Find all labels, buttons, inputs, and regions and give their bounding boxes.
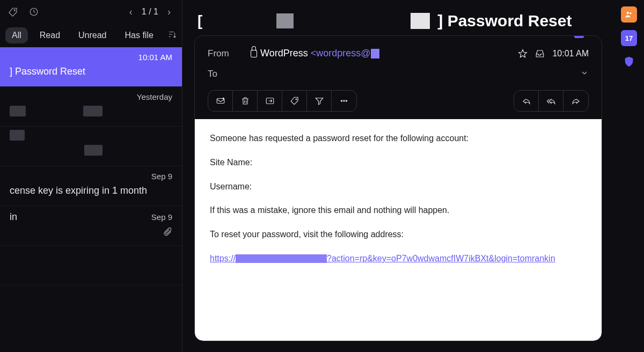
messages: 10:01 AM ] Password Reset Yesterday Sep … (0, 47, 182, 352)
message-item[interactable]: in Sep 9 (0, 206, 182, 246)
inbox-icon[interactable] (535, 49, 545, 58)
subject-text: Password Reset (448, 12, 572, 30)
sort-icon[interactable] (165, 27, 179, 43)
svg-point-10 (630, 12, 631, 14)
subject-prefix-bracket: [ (197, 12, 202, 30)
svg-point-8 (346, 100, 347, 101)
paperclip-icon (10, 227, 172, 237)
svg-point-0 (14, 10, 15, 11)
lock-icon (251, 50, 257, 57)
shield-check-icon: ✓ (574, 35, 584, 38)
list-toolbar: ‹ 1 / 1 › (0, 0, 182, 24)
body-p5: To reset your password, visit the follow… (210, 228, 587, 241)
svg-point-3 (222, 98, 224, 99)
svg-point-9 (627, 12, 630, 14)
message-toolbar (195, 87, 602, 119)
redacted (411, 13, 430, 29)
message-time: Sep 9 (151, 212, 172, 222)
from-label: From (208, 48, 242, 59)
calendar-icon[interactable]: 17 (621, 30, 637, 46)
filter-all[interactable]: All (5, 27, 28, 43)
tag-icon[interactable] (6, 5, 20, 19)
message-item[interactable]: Yesterday (0, 87, 182, 127)
message-list-pane: ‹ 1 / 1 › All Read Unread Has file 10:01… (0, 0, 182, 352)
message-subject: cense key is expiring in 1 month (10, 185, 172, 196)
reset-link[interactable]: https://?action=rp&key=oP7w0wdwamcfIW7ik… (210, 254, 555, 263)
filter-has-file[interactable]: Has file (119, 27, 160, 43)
body-p3: Username: (210, 180, 587, 194)
app-rail: 17 (614, 0, 644, 352)
svg-point-6 (341, 100, 342, 101)
message-item[interactable]: Sep 9 cense key is expiring in 1 month (0, 166, 182, 206)
message-item[interactable] (0, 246, 182, 285)
trash-icon[interactable] (233, 91, 258, 111)
redacted (84, 145, 103, 156)
message-subject: ] Password Reset (10, 66, 172, 77)
more-icon[interactable] (332, 91, 356, 111)
redacted (83, 106, 103, 116)
chevron-left-icon[interactable]: ‹ (125, 6, 137, 18)
message-time: 10:01 AM (138, 53, 172, 62)
message-card: ✓ 1 From WordPress <wordpress@ (194, 35, 602, 341)
redacted (371, 49, 379, 58)
chevron-down-icon[interactable] (580, 69, 589, 79)
redacted-sender (10, 106, 26, 116)
move-to-inbox-icon[interactable] (258, 91, 282, 111)
svg-point-7 (343, 100, 345, 101)
message-item[interactable] (0, 127, 182, 166)
message-time: Yesterday (137, 92, 172, 101)
people-icon[interactable] (621, 6, 637, 23)
subject-bracket-close: ] (437, 12, 443, 30)
message-item[interactable]: 10:01 AM ] Password Reset (0, 47, 182, 87)
subject-title: ] Password Reset (437, 12, 572, 30)
svg-point-5 (296, 99, 297, 100)
filter-tabs: All Read Unread Has file (0, 24, 182, 47)
mark-unread-icon[interactable] (208, 91, 233, 111)
filter-read[interactable]: Read (33, 27, 67, 43)
body-p4: If this was a mistake, ignore this email… (210, 204, 587, 217)
forward-icon[interactable] (564, 91, 588, 111)
to-label: To (208, 69, 242, 79)
redacted-sender (10, 130, 25, 141)
message-header: [ ] Password Reset (188, 0, 609, 35)
sender[interactable]: WordPress <wordpress@ (260, 48, 379, 59)
message-subject: in (10, 211, 17, 223)
filter-icon[interactable] (307, 91, 332, 111)
chevron-right-icon[interactable]: › (163, 6, 175, 18)
redacted (236, 254, 327, 263)
body-p1: Someone has requested a password reset f… (210, 132, 587, 145)
tag-icon[interactable] (282, 91, 307, 111)
redacted (276, 13, 294, 28)
reading-pane: [ ] Password Reset ✓ 1 From WordPress (182, 0, 614, 352)
shield-icon[interactable] (621, 54, 637, 70)
message-meta: From WordPress <wordpress@ 10:01 AM (195, 36, 602, 87)
message-time: Sep 9 (151, 172, 172, 181)
pager: ‹ 1 / 1 › (125, 6, 175, 18)
message-body: Someone has requested a password reset f… (195, 119, 602, 341)
reply-all-icon[interactable] (539, 91, 564, 111)
message-time: 10:01 AM (552, 49, 589, 58)
body-p2: Site Name: (210, 156, 587, 170)
filter-unread[interactable]: Unread (72, 27, 113, 43)
page-indicator: 1 / 1 (142, 7, 158, 17)
security-count: 1 (586, 35, 591, 38)
clock-icon[interactable] (27, 5, 41, 19)
star-icon[interactable] (518, 49, 528, 58)
security-badge[interactable]: ✓ 1 (572, 35, 593, 38)
reply-icon[interactable] (514, 91, 539, 111)
